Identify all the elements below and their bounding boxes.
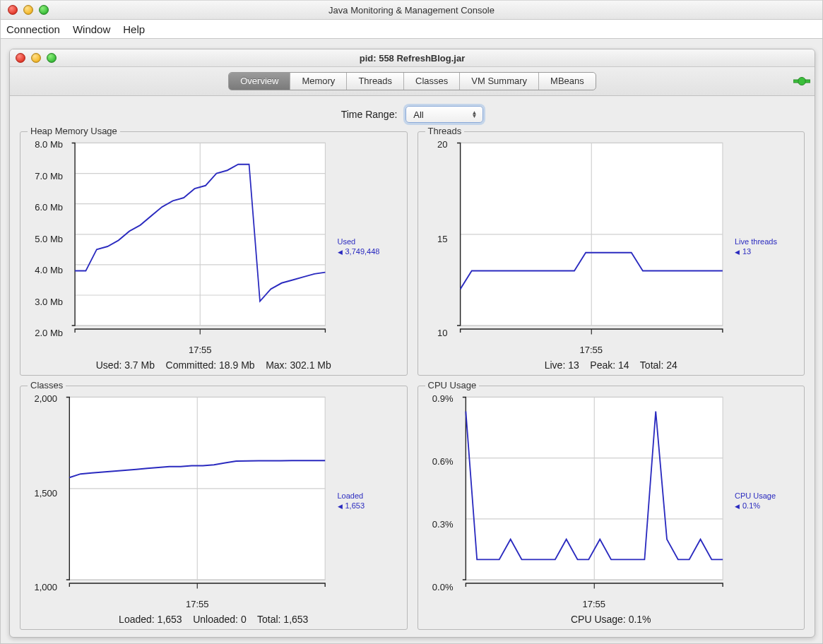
menubar: Connection Window Help <box>1 20 822 39</box>
tab-classes[interactable]: Classes <box>403 73 459 90</box>
ytick: 1,500 <box>34 488 57 499</box>
tab-mbeans[interactable]: MBeans <box>538 73 596 90</box>
threads-plot: 17:55 <box>452 138 731 355</box>
classes-x-tick: 17:55 <box>61 599 333 609</box>
tab-threads[interactable]: Threads <box>346 73 403 90</box>
classes-legend-name: Loaded <box>338 491 401 501</box>
heap-legend-value: 3,749,448 <box>345 247 380 256</box>
panel-threads: Threads 20 15 10 17:55 Live threads <box>418 131 805 376</box>
heap-legend: Used ◀3,749,448 <box>333 138 401 355</box>
tab-memory[interactable]: Memory <box>290 73 346 90</box>
inner-area: pid: 558 RefreshBlog.jar Overview Memory… <box>1 39 822 643</box>
ytick: 0.9% <box>432 393 454 404</box>
threads-y-axis: 20 15 10 <box>424 138 452 355</box>
svg-rect-1 <box>793 80 798 83</box>
outer-titlebar: Java Monitoring & Management Console <box>1 0 822 20</box>
menu-help[interactable]: Help <box>123 23 145 35</box>
inner-titlebar: pid: 558 RefreshBlog.jar <box>10 49 815 67</box>
tab-vm-summary[interactable]: VM Summary <box>459 73 538 90</box>
tabs-segmented: Overview Memory Threads Classes VM Summa… <box>228 72 596 90</box>
panel-cpu-title: CPU Usage <box>425 380 480 390</box>
ytick: 8.0 Mb <box>35 139 63 150</box>
panel-classes: Classes 2,000 1,500 1,000 17:55 Loaded <box>20 386 408 630</box>
ytick: 4.0 Mb <box>35 265 63 275</box>
ytick: 0.0% <box>432 582 454 592</box>
heap-status: Used: 3.7 Mb Committed: 18.9 Mb Max: 302… <box>26 355 401 371</box>
heap-y-axis: 8.0 Mb 7.0 Mb 6.0 Mb 5.0 Mb 4.0 Mb 3.0 M… <box>26 138 67 355</box>
menu-window[interactable]: Window <box>73 23 110 35</box>
threads-legend: Live threads ◀13 <box>730 138 798 355</box>
cpu-x-tick: 17:55 <box>458 599 731 609</box>
panel-heap: Heap Memory Usage 8.0 Mb 7.0 Mb 6.0 Mb 5… <box>20 131 408 376</box>
panel-classes-title: Classes <box>28 380 66 390</box>
connection-status-icon[interactable] <box>793 75 810 88</box>
left-arrow-icon: ◀ <box>735 501 740 511</box>
svg-rect-2 <box>805 80 810 83</box>
tab-overview[interactable]: Overview <box>229 73 290 90</box>
ytick: 15 <box>437 234 447 244</box>
ytick: 6.0 Mb <box>35 202 63 213</box>
heap-x-tick: 17:55 <box>67 345 333 355</box>
ytick: 10 <box>437 328 447 338</box>
svg-point-0 <box>798 78 806 85</box>
ytick: 0.3% <box>432 519 454 530</box>
updown-arrows-icon: ▲▼ <box>471 111 477 118</box>
cpu-legend: CPU Usage ◀0.1% <box>730 392 798 609</box>
cpu-y-axis: 0.9% 0.6% 0.3% 0.0% <box>424 392 458 609</box>
cpu-legend-value: 0.1% <box>742 501 760 510</box>
heap-plot: 17:55 <box>67 138 333 355</box>
tabbar: Overview Memory Threads Classes VM Summa… <box>10 67 815 96</box>
threads-status: Live: 13 Peak: 14 Total: 24 <box>424 355 799 371</box>
outer-window-title: Java Monitoring & Management Console <box>1 5 822 16</box>
ytick: 1,000 <box>34 582 57 592</box>
ytick: 7.0 Mb <box>35 171 63 181</box>
ytick: 2,000 <box>34 393 57 404</box>
charts-grid: Heap Memory Usage 8.0 Mb 7.0 Mb 6.0 Mb 5… <box>10 129 815 637</box>
classes-legend: Loaded ◀1,653 <box>333 392 401 609</box>
left-arrow-icon: ◀ <box>735 247 740 257</box>
time-range-select[interactable]: All ▲▼ <box>405 106 483 123</box>
classes-y-axis: 2,000 1,500 1,000 <box>26 392 61 609</box>
time-range-row: Time Range: All ▲▼ <box>10 96 815 129</box>
threads-x-tick: 17:55 <box>452 345 731 355</box>
cpu-plot: 17:55 <box>458 392 731 609</box>
classes-plot: 17:55 <box>61 392 333 609</box>
inner-window-title: pid: 558 RefreshBlog.jar <box>10 53 815 64</box>
ytick: 5.0 Mb <box>35 234 63 244</box>
ytick: 20 <box>437 139 447 150</box>
time-range-value: All <box>413 109 423 120</box>
inner-window: pid: 558 RefreshBlog.jar Overview Memory… <box>9 49 815 638</box>
panel-heap-title: Heap Memory Usage <box>28 126 120 136</box>
ytick: 2.0 Mb <box>35 328 63 338</box>
panel-threads-title: Threads <box>425 126 465 136</box>
time-range-label: Time Range: <box>341 109 398 120</box>
ytick: 0.6% <box>432 456 454 467</box>
left-arrow-icon: ◀ <box>338 247 343 257</box>
app-window: Java Monitoring & Management Console Con… <box>0 0 823 644</box>
left-arrow-icon: ◀ <box>338 501 343 511</box>
threads-legend-name: Live threads <box>735 237 798 246</box>
menu-connection[interactable]: Connection <box>6 23 60 35</box>
heap-legend-name: Used <box>338 237 401 246</box>
panel-cpu: CPU Usage 0.9% 0.6% 0.3% 0.0% 17:55 <box>418 386 805 630</box>
cpu-legend-name: CPU Usage <box>735 491 798 501</box>
classes-status: Loaded: 1,653 Unloaded: 0 Total: 1,653 <box>26 609 401 625</box>
classes-legend-value: 1,653 <box>345 501 365 510</box>
cpu-status: CPU Usage: 0.1% <box>424 609 799 625</box>
ytick: 3.0 Mb <box>35 297 63 307</box>
threads-legend-value: 13 <box>742 247 751 256</box>
